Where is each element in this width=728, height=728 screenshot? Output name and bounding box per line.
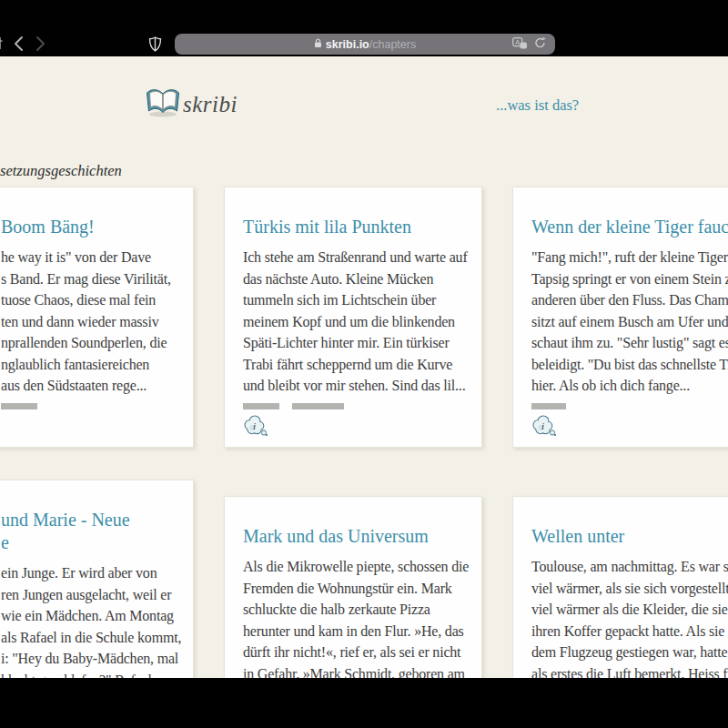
page-content: skribi ...was ist das? setzungsgeschicht… bbox=[0, 56, 728, 678]
section-heading: setzungsgeschichten bbox=[0, 162, 122, 180]
story-excerpt: Als die Mikrowelle piepte, schossen dieF… bbox=[243, 556, 463, 678]
book-logo-icon bbox=[145, 86, 181, 122]
tag-placeholder-bars bbox=[531, 403, 728, 410]
story-excerpt: Ich stehe am Straßenrand und warte aufda… bbox=[243, 247, 463, 397]
story-title[interactable]: Boom Bäng! bbox=[1, 216, 193, 238]
info-cloud-icon[interactable]: i bbox=[531, 415, 556, 441]
back-button[interactable] bbox=[12, 33, 26, 55]
story-excerpt: he way it is" von der Daves Band. Er mag… bbox=[1, 247, 193, 397]
story-card[interactable]: Boom Bäng! he way it is" von der Daves B… bbox=[0, 187, 194, 448]
story-title[interactable]: Wenn der kleine Tiger fauch bbox=[531, 216, 728, 238]
url-bar[interactable]: skribi.io/chapters A bbox=[175, 34, 555, 55]
story-card[interactable]: Wenn der kleine Tiger fauch "Fang mich!"… bbox=[512, 187, 728, 448]
svg-text:i: i bbox=[253, 420, 256, 430]
story-card[interactable]: Wellen unter Toulouse, am nachmittag. Es… bbox=[512, 496, 728, 678]
story-title[interactable]: Wellen unter bbox=[531, 525, 728, 548]
story-title[interactable]: Türkis mit lila Punkten bbox=[243, 216, 463, 238]
url-path: /chapters bbox=[369, 38, 416, 51]
url-host: skribi.io bbox=[326, 38, 369, 51]
sidebar-fragment-icon bbox=[0, 33, 4, 55]
what-is-this-link[interactable]: ...was ist das? bbox=[496, 96, 579, 115]
logo-text: skribi bbox=[183, 92, 238, 117]
story-card[interactable]: Türkis mit lila Punkten Ich stehe am Str… bbox=[224, 187, 482, 448]
forward-button[interactable] bbox=[33, 33, 47, 55]
svg-text:A: A bbox=[515, 38, 520, 46]
browser-toolbar: skribi.io/chapters A bbox=[0, 0, 728, 56]
reload-icon[interactable] bbox=[534, 36, 546, 52]
story-excerpt: ein Junge. Er wird aber vonren Jungen au… bbox=[1, 562, 193, 678]
story-title[interactable]: und Marie - Neuee bbox=[1, 509, 193, 554]
story-excerpt: "Fang mich!", ruft der kleine Tiger.Taps… bbox=[531, 247, 728, 397]
story-excerpt: Toulouse, am nachmittag. Es war schviel … bbox=[531, 556, 728, 678]
svg-text:i: i bbox=[541, 420, 544, 430]
lock-icon bbox=[314, 38, 322, 51]
story-card[interactable]: und Marie - Neuee ein Junge. Er wird abe… bbox=[0, 480, 194, 678]
info-cloud-icon[interactable]: i bbox=[243, 415, 268, 441]
privacy-shield-icon[interactable] bbox=[148, 33, 162, 55]
site-logo[interactable]: skribi bbox=[145, 86, 238, 122]
tag-placeholder-bars bbox=[243, 403, 463, 410]
translate-icon[interactable]: A bbox=[512, 37, 528, 52]
site-header: skribi ...was ist das? bbox=[0, 84, 728, 129]
story-card[interactable]: Mark und das Universum Als die Mikrowell… bbox=[224, 496, 482, 678]
tag-placeholder-bars bbox=[1, 403, 193, 410]
story-title[interactable]: Mark und das Universum bbox=[243, 525, 463, 548]
